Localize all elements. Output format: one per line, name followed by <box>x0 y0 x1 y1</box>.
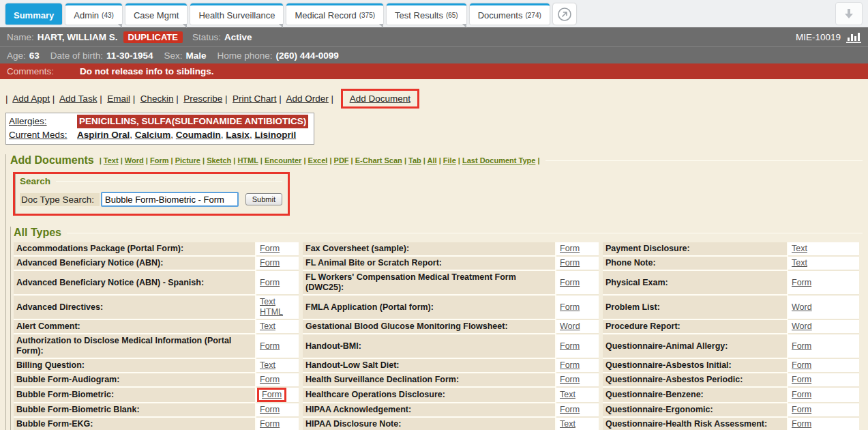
format-link-e-chart-scan[interactable]: E-Chart Scan <box>355 156 402 164</box>
doc-type-label-gestational-blood-glucose-monitoring-flowsheet: Gestational Blood Glucose Monitoring Flo… <box>303 320 556 334</box>
doc-link-hipaa-acknowledgement-form[interactable]: Form <box>560 405 580 415</box>
tab-health-surveillance[interactable]: Health Surveillance <box>190 3 283 25</box>
doc-link-handout-bmi-form[interactable]: Form <box>560 341 580 352</box>
tab-documents[interactable]: Documents(274) <box>470 3 550 25</box>
format-link-encounter[interactable]: Encounter <box>265 156 301 164</box>
tab-label: Admin <box>74 10 99 20</box>
med-link-calcium[interactable]: Calcium <box>135 130 171 140</box>
doc-type-row: Advanced Directives:TextHTMLFMLA Applica… <box>14 296 859 320</box>
doc-link-questionnaire-ergonomic-form[interactable]: Form <box>792 405 811 415</box>
doc-link-advanced-beneficiary-notice-abn-spanish-form[interactable]: Form <box>260 278 280 288</box>
format-link-form[interactable]: Form <box>150 156 169 164</box>
doc-link-alert-comment-text[interactable]: Text <box>260 321 275 332</box>
format-link-html[interactable]: HTML <box>237 156 258 164</box>
format-link-text[interactable]: Text <box>104 156 119 164</box>
tab-summary[interactable]: Summary <box>5 3 62 25</box>
doc-type-label-fl-workers-compensation-medical-treatment-form-dwc25: FL Workers' Compensation Medical Treatme… <box>303 271 556 296</box>
doc-link-problem-list-word[interactable]: Word <box>792 302 812 313</box>
doc-link-bubble-form-ekg-form[interactable]: Form <box>260 419 280 429</box>
tab-medical-record[interactable]: Medical Record(375) <box>286 3 383 25</box>
doc-link-advanced-directives-text[interactable]: Text <box>260 297 275 307</box>
action-link-prescribe[interactable]: Prescribe <box>183 94 222 104</box>
tab-bar: SummaryAdmin(43)Case MgmtHealth Surveill… <box>0 0 868 27</box>
doc-type-link-cell: Form <box>788 271 859 296</box>
doc-type-label-handout-low-salt-diet: Handout-Low Salt Diet: <box>303 359 556 373</box>
action-link-add-appt[interactable]: Add Appt <box>12 94 50 104</box>
doc-link-questionnaire-animal-allergy-form[interactable]: Form <box>792 341 811 352</box>
popout-button[interactable] <box>553 3 576 25</box>
format-link-excel[interactable]: Excel <box>308 156 328 164</box>
doc-link-health-surveillance-declination-form-form[interactable]: Form <box>560 375 580 385</box>
format-link-all[interactable]: All <box>428 156 437 164</box>
action-link-email[interactable]: Email <box>107 94 130 104</box>
doc-link-questionnaire-asbestos-periodic-form[interactable]: Form <box>792 375 811 385</box>
doc-type-row: Alert Comment:TextGestational Blood Gluc… <box>14 320 859 334</box>
med-link-lisinopril[interactable]: Lisinopril <box>254 130 296 140</box>
doc-link-questionnaire-health-risk-assessment-form[interactable]: Form <box>792 419 811 429</box>
doc-link-fl-workers-compensation-medical-treatment-form-dwc25-form[interactable]: Form <box>560 278 580 288</box>
down-arrow-icon <box>843 8 855 20</box>
doc-type-search-input[interactable] <box>101 192 239 207</box>
action-link-checkin[interactable]: Checkin <box>140 94 174 104</box>
search-row: Doc Type Search: Submit <box>20 192 282 207</box>
patient-id: MIE-10019 <box>796 32 841 42</box>
patient-dob: 11-30-1954 <box>106 51 153 61</box>
duplicate-badge[interactable]: DUPLICATE <box>123 31 183 43</box>
doc-type-link-cell: Form <box>556 373 599 388</box>
allergies-value[interactable]: PENICILLINS, SULFA(SULFONAMIDE ANTIBIOTI… <box>77 115 308 128</box>
doc-link-handout-low-salt-diet-form[interactable]: Form <box>560 360 580 371</box>
med-link-lasix[interactable]: Lasix <box>226 130 250 140</box>
format-link-picture[interactable]: Picture <box>175 156 200 164</box>
allergies-link[interactable]: Allergies: <box>9 116 47 126</box>
patient-sex: Male <box>185 51 206 61</box>
doc-link-procedure-report-word[interactable]: Word <box>792 321 812 332</box>
doc-type-row: Bubble Form-Audiogram:FormHealth Surveil… <box>14 373 859 388</box>
doc-link-bubble-form-biometric-blank-form[interactable]: Form <box>260 405 280 415</box>
doc-link-gestational-blood-glucose-monitoring-flowsheet-word[interactable]: Word <box>560 321 580 332</box>
action-link-add-order[interactable]: Add Order <box>286 94 329 104</box>
doc-type-link-cell: Form <box>788 334 859 359</box>
tab-case-mgmt[interactable]: Case Mgmt <box>125 3 187 25</box>
action-link-print-chart[interactable]: Print Chart <box>233 94 277 104</box>
doc-type-search-label: Doc Type Search: <box>20 193 100 206</box>
doc-link-physical-exam-form[interactable]: Form <box>792 278 811 288</box>
tab-test-results[interactable]: Test Results(65) <box>387 3 466 25</box>
collapse-header-button[interactable] <box>835 2 863 25</box>
action-link-add-document[interactable]: Add Document <box>350 94 410 104</box>
format-link-last-document-type[interactable]: Last Document Type <box>462 156 535 164</box>
doc-link-accommodations-package-portal-form-form[interactable]: Form <box>260 244 280 254</box>
doc-type-link-cell: Form <box>556 257 599 271</box>
doc-link-questionnaire-asbestos-initial-form[interactable]: Form <box>792 360 811 371</box>
flowsheet-chart-icon[interactable] <box>846 31 861 43</box>
doc-link-authorization-to-disclose-medical-information-portal-form-form[interactable]: Form <box>260 341 280 352</box>
doc-type-label-bubble-form-biometric-blank: Bubble Form-Biometric Blank: <box>14 403 256 418</box>
format-link-word[interactable]: Word <box>125 156 144 164</box>
format-link-tab[interactable]: Tab <box>408 156 421 164</box>
doc-link-advanced-directives-html[interactable]: HTML <box>260 307 295 317</box>
tab-admin[interactable]: Admin(43) <box>65 3 122 25</box>
search-title: Search <box>20 176 50 186</box>
med-link-aspirin-oral[interactable]: Aspirin Oral <box>77 130 130 140</box>
format-link-sketch[interactable]: Sketch <box>207 156 231 164</box>
doc-type-label-fax-coversheet-sample: Fax Coversheet (sample): <box>303 242 556 257</box>
doc-link-payment-disclosure-text[interactable]: Text <box>792 244 807 254</box>
search-header: Search <box>20 176 282 186</box>
doc-link-phone-note-text[interactable]: Text <box>792 258 807 268</box>
submit-button[interactable]: Submit <box>245 193 282 205</box>
format-link-file[interactable]: File <box>443 156 456 164</box>
doc-link-bubble-form-audiogram-form[interactable]: Form <box>260 375 280 385</box>
doc-link-advanced-beneficiary-notice-abn-form[interactable]: Form <box>260 258 280 268</box>
format-link-pdf[interactable]: PDF <box>334 156 349 164</box>
doc-link-fmla-application-portal-form-form[interactable]: Form <box>560 302 580 313</box>
med-link-coumadin[interactable]: Coumadin <box>176 130 221 140</box>
doc-link-questionnaire-benzene-form[interactable]: Form <box>792 390 811 400</box>
doc-link-fax-coversheet-sample-form[interactable]: Form <box>560 244 580 254</box>
doc-link-healthcare-operations-disclosure-text[interactable]: Text <box>560 390 575 400</box>
doc-link-fl-animal-bite-or-scratch-report-form[interactable]: Form <box>560 258 580 268</box>
action-link-add-task[interactable]: Add Task <box>59 94 97 104</box>
patient-name: HART, WILLIAM S. <box>38 32 118 42</box>
doc-link-billing-question-text[interactable]: Text <box>260 360 275 371</box>
doc-link-hipaa-disclosure-note-text[interactable]: Text <box>560 419 575 429</box>
current-meds-link[interactable]: Current Meds: <box>9 130 68 140</box>
doc-link-bubble-form-biometric-form[interactable]: Form <box>257 388 286 402</box>
